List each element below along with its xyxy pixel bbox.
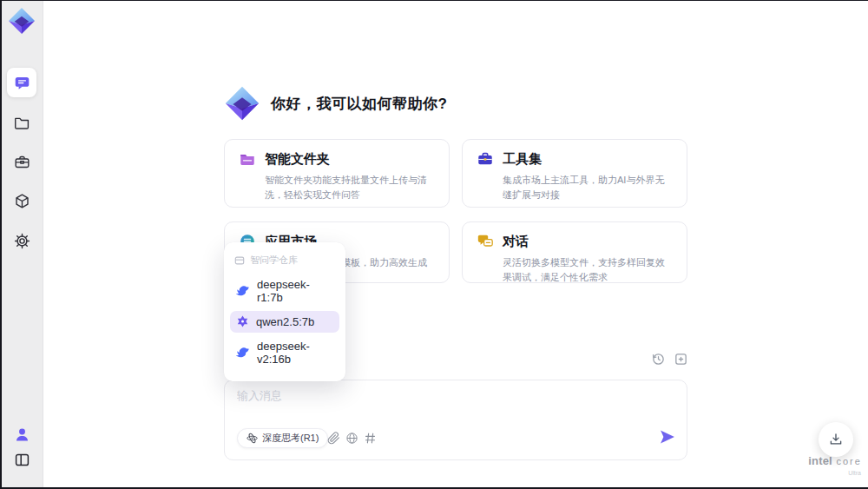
layout-icon (14, 452, 30, 468)
gear-icon (14, 233, 30, 249)
model-option-label: deepseek-r1:7b (257, 278, 333, 304)
sidebar-item-chat[interactable] (7, 68, 36, 97)
deep-think-label: 深度思考(R1) (262, 432, 319, 445)
intel-core-logo: intel core Ultra (804, 454, 866, 479)
greeting-logo-icon (222, 83, 262, 123)
core-wordmark: core (836, 456, 861, 466)
model-dropdown-header-label: 智问学仓库 (250, 254, 298, 267)
prompt-library-icon[interactable] (364, 432, 377, 445)
history-icon[interactable] (651, 352, 666, 367)
model-option-qwen[interactable]: qwen2.5:7b (230, 311, 339, 333)
sidebar-item-toolbox[interactable] (7, 147, 36, 176)
model-option-deepseek-r1[interactable]: deepseek-r1:7b (230, 274, 339, 308)
deepseek-icon (236, 284, 250, 298)
card-title: 智能文件夹 (265, 151, 330, 168)
sidebar-item-models[interactable] (7, 186, 36, 215)
card-description: 灵活切换多模型文件，支持多样回复效果调试，满足个性化需求 (503, 255, 673, 285)
message-composer: 深度思考(R1) (224, 380, 687, 460)
chat-icon (14, 75, 30, 91)
cube-icon (14, 193, 30, 209)
model-option-deepseek-v2[interactable]: deepseek-v2:16b (230, 335, 339, 370)
new-chat-icon[interactable] (674, 352, 688, 367)
model-option-label: deepseek-v2:16b (257, 340, 333, 366)
send-icon[interactable] (659, 428, 676, 446)
greeting-title: 你好，我可以如何帮助你? (271, 90, 447, 118)
model-dropdown-header: 智问学仓库 (224, 248, 345, 271)
attachment-icon[interactable] (327, 432, 340, 445)
card-title: 对话 (503, 234, 529, 250)
smart-folder-icon (239, 150, 256, 168)
repo-icon (234, 255, 245, 266)
user-icon (14, 426, 30, 443)
window-border-top (0, 0, 868, 1)
atom-icon (247, 433, 258, 444)
deep-think-toggle[interactable]: 深度思考(R1) (237, 428, 328, 448)
card-description: 集成市场上主流工具，助力AI与外界无缝扩展与对接 (503, 173, 673, 202)
sidebar-item-collapse[interactable] (7, 445, 36, 474)
app-logo-icon (6, 5, 37, 36)
window-border-left (0, 0, 2, 489)
toolbox-icon (14, 154, 30, 170)
toolset-icon (477, 150, 494, 168)
card-title: 工具集 (503, 151, 542, 168)
deepseek-icon (236, 346, 250, 360)
sidebar-item-folders[interactable] (7, 108, 36, 137)
web-search-icon[interactable] (345, 432, 358, 445)
ultra-wordmark: Ultra (804, 467, 861, 479)
card-dialog[interactable]: 对话 灵活切换多模型文件，支持多样回复效果调试，满足个性化需求 (462, 221, 687, 283)
sidebar (0, 0, 43, 489)
model-dropdown: 智问学仓库 deepseek-r1:7b qwen2.5:7b (224, 242, 345, 381)
model-option-label: qwen2.5:7b (256, 315, 314, 328)
qwen-icon (236, 315, 249, 328)
message-input[interactable] (237, 388, 654, 425)
app-window: 你好，我可以如何帮助你? 智能文件夹 智能文件夹功能支持批量文件上传与清洗，轻松… (0, 0, 868, 489)
sidebar-item-settings[interactable] (7, 226, 36, 255)
intel-wordmark: intel (808, 454, 832, 467)
card-description: 智能文件夹功能支持批量文件上传与清洗，轻松实现文件问答 (265, 173, 435, 202)
download-button[interactable] (819, 422, 853, 457)
dialog-icon (477, 233, 494, 250)
download-icon (828, 432, 844, 447)
folder-icon (14, 115, 30, 131)
card-toolset[interactable]: 工具集 集成市场上主流工具，助力AI与外界无缝扩展与对接 (462, 139, 687, 208)
card-smart-folder[interactable]: 智能文件夹 智能文件夹功能支持批量文件上传与清洗，轻松实现文件问答 (224, 139, 450, 208)
